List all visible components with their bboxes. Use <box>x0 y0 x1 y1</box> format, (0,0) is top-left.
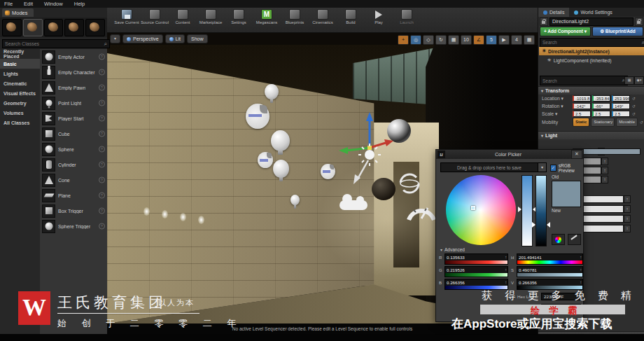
drag-handle-icon[interactable]: ? <box>99 162 105 168</box>
tab-details[interactable]: Details <box>538 8 569 17</box>
color-themes-icon[interactable] <box>552 234 565 245</box>
viewport-tool-button[interactable]: ▶ <box>498 35 510 45</box>
placeable-actor-row[interactable]: Plane ? <box>40 188 107 203</box>
color-picker-titlebar[interactable]: u Color Picker ✕ <box>436 150 583 159</box>
transform-row-label[interactable]: Location ▾ <box>542 96 571 102</box>
spinner-icon[interactable]: ↕ <box>580 280 582 284</box>
toolbar-button[interactable]: Launch <box>393 9 421 25</box>
spinner-icon[interactable]: ↕ <box>624 215 631 223</box>
show-button[interactable]: Show <box>187 34 208 43</box>
class-category[interactable]: Geometry <box>0 98 40 108</box>
axis-y-field[interactable]: -66° <box>592 103 610 109</box>
mode-foliage-icon[interactable] <box>64 19 84 36</box>
channel-gradient[interactable] <box>445 260 507 264</box>
toolbar-button[interactable]: Content <box>169 9 197 25</box>
checkbox-checked-icon[interactable]: ✓ <box>550 165 556 172</box>
spinner-icon[interactable]: ↕ <box>601 176 608 183</box>
blueprint-add-button[interactable]: ⚙ Blueprint/Add <box>592 27 643 36</box>
lit-mode-button[interactable]: Lit <box>165 34 185 43</box>
viewport-tool-button[interactable]: ∠ <box>473 35 484 45</box>
menu-item[interactable]: Edit <box>24 1 33 7</box>
tree-row-lightcomponent[interactable]: ✳ LightComponent (Inherited) <box>539 56 644 64</box>
mobility-stationary-button[interactable]: Stationary <box>591 118 615 127</box>
drag-handle-icon[interactable]: ? <box>99 223 105 230</box>
viewport-tool-button[interactable]: ▦ <box>524 35 535 45</box>
spinner-icon[interactable]: ↕ <box>624 205 631 213</box>
decal-sprite[interactable] <box>258 152 273 168</box>
spinner-icon[interactable]: ↕ <box>624 225 631 232</box>
channel-field[interactable]: 0.266356 ↕ <box>517 279 583 290</box>
property-field[interactable] <box>579 205 624 213</box>
modes-tab[interactable]: Modes <box>2 8 34 17</box>
viewport-tool-button[interactable]: ◇ <box>423 35 434 45</box>
viewport-tool-button[interactable]: ▦ <box>448 35 459 45</box>
tab-world-settings[interactable]: World Settings <box>569 8 617 17</box>
channel-field[interactable]: 0.219526 ↕ <box>444 266 508 277</box>
axis-y-field[interactable]: 2.5 <box>592 111 610 117</box>
spinner-icon[interactable]: ↕ <box>601 167 608 174</box>
mode-paint-icon[interactable] <box>23 19 43 36</box>
fog-cloud-sprite[interactable] <box>340 200 368 210</box>
class-category[interactable]: Volumes <box>0 108 40 118</box>
placeable-actor-row[interactable]: Empty Pawn ? <box>40 80 107 95</box>
placeable-actor-row[interactable]: Point Light ? <box>40 95 107 111</box>
class-category[interactable]: Cinematic <box>0 78 40 88</box>
channel-field[interactable]: 0.266356 ↕ <box>444 279 508 290</box>
chevron-down-icon[interactable]: ▾ <box>538 163 546 172</box>
color-wheel[interactable] <box>446 175 516 245</box>
actor-name-field[interactable]: DirectionalLight2 <box>550 18 634 26</box>
viewport-tool-button[interactable]: ◎ <box>410 35 421 45</box>
transform-gizmo[interactable] <box>338 110 405 190</box>
placeable-actor-row[interactable]: Cylinder ? <box>40 157 107 172</box>
search-classes-input[interactable]: Search Classes ⌕ <box>2 39 110 48</box>
axis-z-field[interactable]: 2.5 <box>612 111 630 117</box>
class-category[interactable]: Basic <box>0 59 40 69</box>
viewport-tool-button[interactable]: + <box>398 35 409 45</box>
axis-y-field[interactable]: -353.84 <box>592 95 610 102</box>
light-color-swatch[interactable] <box>578 148 640 155</box>
value-slider[interactable] <box>536 175 547 246</box>
lock-icon[interactable] <box>635 18 643 26</box>
advanced-expander[interactable]: ▾Advanced <box>440 247 465 252</box>
mode-place-icon[interactable] <box>2 19 22 36</box>
property-field[interactable] <box>579 225 624 232</box>
light-section-header[interactable]: ▾Light <box>538 131 644 139</box>
placeable-actor-row[interactable]: Sphere Trigger ? <box>40 218 107 234</box>
drag-handle-icon[interactable]: ? <box>99 208 105 214</box>
spinner-icon[interactable]: ↕ <box>505 267 507 272</box>
drag-handle-icon[interactable]: ? <box>99 85 105 91</box>
class-category[interactable]: Recently Placed <box>0 49 40 59</box>
placeable-actor-row[interactable]: Cube ? <box>40 126 107 141</box>
mode-geometry-icon[interactable] <box>85 19 105 36</box>
slider-handle[interactable] <box>518 207 522 212</box>
color-wheel-marker[interactable] <box>471 206 475 210</box>
tree-row-actor[interactable]: ☀ DirectionalLight2(Instance) <box>539 47 644 55</box>
mode-landscape-icon[interactable] <box>44 19 64 36</box>
channel-field[interactable]: 201.494141 ↕ <box>517 253 583 265</box>
revert-icon[interactable]: ↺ <box>632 111 636 116</box>
perspective-button[interactable]: Perspective <box>122 34 163 43</box>
channel-gradient[interactable] <box>445 273 507 277</box>
placeable-actor-row[interactable]: Cone ? <box>40 172 107 188</box>
drag-handle-icon[interactable]: ? <box>99 54 105 60</box>
spinner-icon[interactable]: ↕ <box>601 158 608 165</box>
menu-item[interactable]: Help <box>74 1 85 7</box>
decal-sprite[interactable] <box>246 104 270 129</box>
drag-handle-icon[interactable]: ? <box>99 146 105 153</box>
transform-row-label[interactable]: Rotation ▾ <box>542 104 571 109</box>
spinner-icon[interactable]: ↕ <box>580 267 582 272</box>
slider-handle[interactable] <box>547 222 550 228</box>
toolbar-button[interactable]: Source Control <box>141 9 169 25</box>
point-light-sprite[interactable] <box>273 160 289 178</box>
toolbar-button[interactable]: Cinematics <box>309 9 337 25</box>
drag-handle-icon[interactable]: ? <box>99 100 105 106</box>
placeable-actor-row[interactable]: Empty Character ? <box>40 64 107 80</box>
viewport-tool-button[interactable]: ↻ <box>435 35 447 45</box>
old-new-color-swatch[interactable] <box>552 181 581 207</box>
toolbar-button[interactable]: Save Current <box>113 9 141 25</box>
spinner-icon[interactable]: ↕ <box>580 255 582 259</box>
saved-colors-dropzone[interactable]: Drag & drop colors here to save ▾ <box>440 162 547 172</box>
property-field[interactable] <box>579 215 624 223</box>
spinner-icon[interactable]: ↕ <box>505 280 507 284</box>
transform-row-label[interactable]: Scale ▾ <box>542 111 571 117</box>
